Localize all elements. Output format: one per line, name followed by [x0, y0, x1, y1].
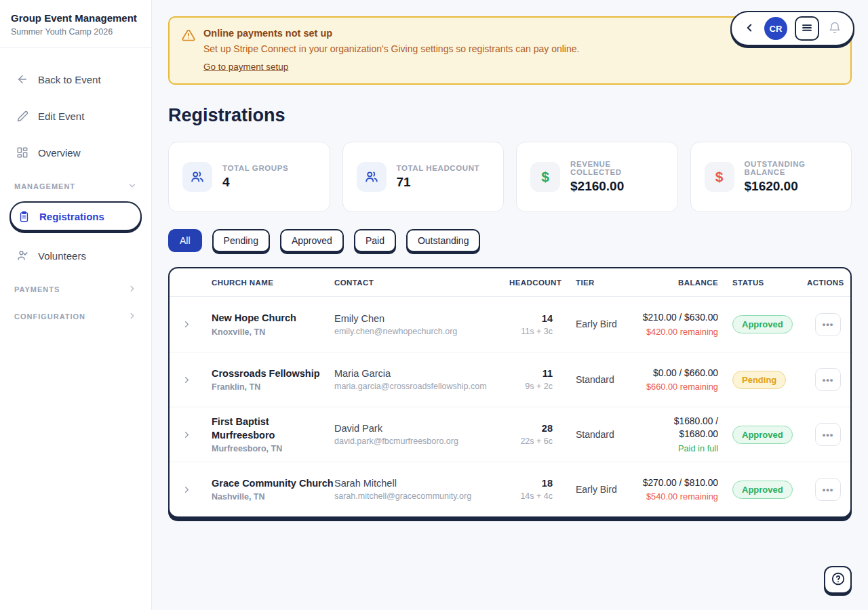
table-header: CHURCH NAME CONTACT HEADCOUNT TIER BALAN… — [170, 268, 850, 297]
sidebar-section-management[interactable]: MANAGEMENT — [9, 176, 142, 197]
filter-paid[interactable]: Paid — [354, 229, 396, 252]
payment-setup-link[interactable]: Go to payment setup — [203, 62, 288, 72]
chevron-right-icon — [127, 311, 137, 322]
balance-note: $420.00 remaining — [642, 327, 718, 337]
sidebar-item-overview[interactable]: Overview — [9, 139, 142, 166]
church-name: First Baptist Murfreesboro — [212, 415, 334, 442]
balance: $0.00 / $660.00 — [642, 367, 718, 380]
table-row: Grace Community Church Nashville, TN Sar… — [170, 462, 850, 516]
sidebar-item-registrations[interactable]: Registrations — [9, 201, 142, 231]
filter-pending[interactable]: Pending — [212, 229, 270, 252]
sidebar-header: Group Event Management Summer Youth Camp… — [0, 0, 151, 48]
dollar-icon: $ — [530, 162, 560, 192]
headcount-value: 11 — [509, 368, 553, 379]
sidebar-nav: Back to Event Edit Event Overview MANAGE… — [0, 48, 151, 327]
banner-content: Online payments not set up Set up Stripe… — [203, 28, 579, 73]
headcount-detail: 9s + 2c — [509, 382, 553, 391]
filter-approved[interactable]: Approved — [280, 229, 344, 252]
filter-outstanding[interactable]: Outstanding — [406, 229, 481, 252]
chevron-down-icon — [127, 181, 137, 192]
section-label: MANAGEMENT — [14, 182, 75, 190]
status-badge: Pending — [732, 371, 786, 389]
topbar-controls: CR — [730, 11, 854, 46]
sidebar: Group Event Management Summer Youth Camp… — [0, 0, 152, 610]
col-headcount: HEADCOUNT — [509, 279, 553, 287]
church-name: Grace Community Church — [212, 477, 334, 491]
sidebar-item-back-to-event[interactable]: Back to Event — [9, 66, 142, 93]
col-tier: TIER — [553, 279, 642, 287]
contact-name: Emily Chen — [334, 313, 509, 324]
col-church-name: CHURCH NAME — [212, 279, 334, 287]
sidebar-item-label: Back to Event — [38, 74, 101, 85]
headcount-value: 28 — [509, 423, 553, 434]
sidebar-section-configuration[interactable]: CONFIGURATION — [9, 306, 142, 327]
sidebar-item-label: Overview — [38, 147, 81, 159]
chevron-left-icon — [743, 22, 755, 36]
avatar[interactable]: CR — [764, 17, 787, 40]
expand-row-button[interactable] — [182, 485, 212, 495]
tier: Standard — [553, 373, 642, 386]
help-button[interactable] — [824, 566, 852, 594]
row-actions-button[interactable]: ••• — [815, 368, 841, 391]
row-actions-button[interactable]: ••• — [815, 423, 841, 446]
expand-row-button[interactable] — [182, 319, 212, 329]
stat-card-total-headcount: TOTAL HEADCOUNT 71 — [342, 142, 505, 212]
more-options-icon: ••• — [823, 485, 834, 495]
people-icon — [182, 162, 212, 192]
stat-label: OUTSTANDING BALANCE — [745, 160, 838, 176]
dollar-icon: $ — [705, 162, 734, 192]
registrations-table: CHURCH NAME CONTACT HEADCOUNT TIER BALAN… — [168, 267, 852, 518]
tier: Standard — [553, 428, 642, 441]
status-badge: Approved — [732, 426, 793, 444]
status-filters: All Pending Approved Paid Outstanding — [168, 229, 852, 252]
table-row: Crossroads Fellowship Franklin, TN Maria… — [170, 352, 850, 407]
balance-note: $660.00 remaining — [642, 382, 718, 392]
table-row: First Baptist Murfreesboro Murfreesboro,… — [170, 407, 850, 462]
tier: Early Bird — [553, 483, 642, 496]
stat-value: 4 — [222, 175, 288, 190]
balance-note: Paid in full — [642, 443, 718, 453]
headcount-detail: 11s + 3c — [509, 327, 553, 336]
sidebar-section-payments[interactable]: PAYMENTS — [9, 279, 142, 300]
stat-value: 71 — [397, 175, 480, 190]
expand-row-button[interactable] — [182, 430, 212, 440]
contact-email: emily.chen@newhopechurch.org — [334, 327, 509, 336]
church-location: Murfreesboro, TN — [212, 444, 334, 453]
col-balance: BALANCE — [642, 279, 718, 287]
sidebar-item-edit-event[interactable]: Edit Event — [9, 102, 142, 129]
row-actions-button[interactable]: ••• — [815, 313, 841, 336]
stat-card-outstanding-balance: $ OUTSTANDING BALANCE $1620.00 — [690, 142, 852, 212]
balance: $1680.00 / $1680.00 — [642, 415, 718, 441]
hamburger-icon — [801, 22, 813, 36]
sidebar-item-label: Volunteers — [38, 250, 86, 262]
filter-all[interactable]: All — [168, 229, 202, 252]
stats-row: TOTAL GROUPS 4 TOTAL HEADCOUNT 71 $ REVE… — [168, 142, 852, 212]
headcount-value: 18 — [509, 478, 553, 489]
church-name: Crossroads Fellowship — [212, 367, 334, 381]
menu-button[interactable] — [795, 16, 819, 41]
contact-email: david.park@fbcmurfreesboro.org — [334, 436, 509, 446]
stat-label: TOTAL GROUPS — [222, 164, 288, 172]
status-badge: Approved — [732, 315, 793, 333]
event-subtitle: Summer Youth Camp 2026 — [11, 27, 140, 37]
person-check-icon — [16, 249, 29, 262]
back-chevron-button[interactable] — [742, 20, 757, 37]
col-contact: CONTACT — [334, 279, 509, 287]
balance-note: $540.00 remaining — [642, 491, 718, 502]
church-location: Franklin, TN — [212, 382, 334, 392]
row-actions-button[interactable]: ••• — [815, 478, 841, 501]
section-label: PAYMENTS — [14, 285, 60, 293]
stat-label: TOTAL HEADCOUNT — [397, 164, 480, 172]
more-options-icon: ••• — [823, 375, 834, 385]
sidebar-item-volunteers[interactable]: Volunteers — [9, 242, 142, 269]
tier: Early Bird — [553, 318, 642, 331]
contact-name: David Park — [334, 423, 509, 434]
banner-title: Online payments not set up — [203, 28, 579, 39]
expand-row-button[interactable] — [182, 375, 212, 385]
notifications-button[interactable] — [827, 20, 843, 38]
balance: $210.00 / $630.00 — [642, 312, 718, 325]
stat-label: REVENUE COLLECTED — [570, 160, 664, 176]
warning-triangle-icon — [182, 28, 195, 73]
stat-value: $2160.00 — [570, 179, 664, 194]
status-badge: Approved — [732, 481, 793, 499]
